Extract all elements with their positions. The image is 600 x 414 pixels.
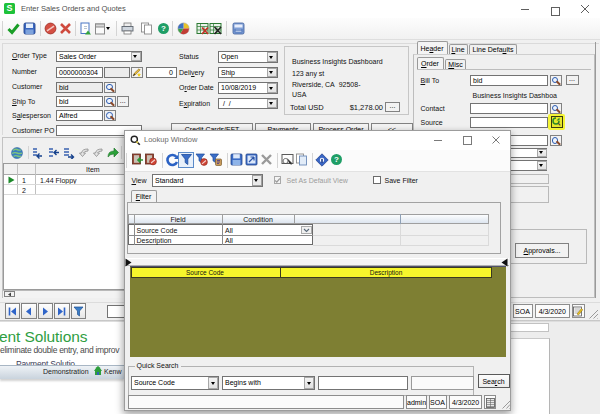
svg-text:?: ?	[334, 155, 339, 164]
svg-text:?: ?	[161, 24, 166, 33]
